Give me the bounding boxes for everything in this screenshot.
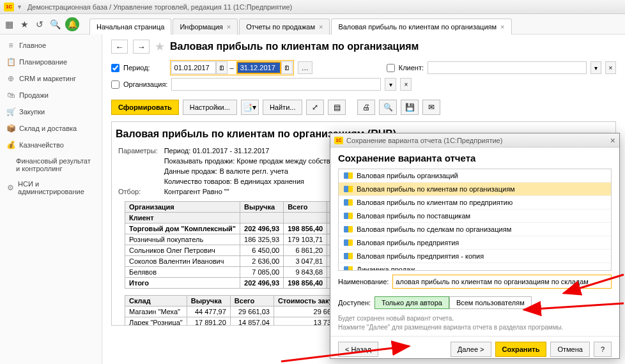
basket-icon: 🛒 [6, 107, 15, 116]
expand-button[interactable]: ⤢ [306, 100, 324, 115]
variant-list-item[interactable]: Валовая прибыль организаций [339, 169, 611, 183]
variant-list-item[interactable]: Валовая прибыль по клиентам по организац… [339, 183, 611, 196]
favorite-icon[interactable]: ★ [155, 40, 165, 54]
variant-name-input[interactable] [392, 275, 612, 289]
star-icon[interactable]: ★ [19, 19, 29, 29]
report-table-1: ОрганизацияВыручкаВсегоСто заку Клиент Т… [125, 201, 365, 289]
variant-list-item[interactable]: Валовая прибыль по поставщикам [339, 209, 611, 223]
target-icon: ⊕ [6, 74, 15, 83]
gear-icon: ⚙ [6, 183, 14, 192]
report-icon [344, 199, 353, 206]
sidebar-item-treasury[interactable]: 💰Казначейство [0, 137, 102, 153]
cart-icon: 🛍 [6, 91, 15, 100]
org-select-button[interactable]: ▾ [385, 78, 396, 91]
notification-icon[interactable]: 🔔 [65, 17, 79, 31]
tab-info[interactable]: Информация× [173, 19, 238, 34]
back-button[interactable]: ← [111, 40, 128, 54]
period-checkbox[interactable] [111, 64, 120, 72]
close-icon[interactable]: × [610, 135, 615, 146]
dropdown-icon[interactable]: ▼ [17, 4, 22, 10]
table-cell: Итого [125, 278, 240, 289]
variant-list[interactable]: Валовая прибыль организацийВаловая прибы… [338, 169, 612, 271]
report-table-2: СкладВыручкаВсегоСтоимость закупки Магаз… [125, 295, 349, 326]
dialog-titlebar: 1С Сохранение варианта отчета (1С:Предпр… [330, 133, 619, 148]
page-title: Валовая прибыль по клиентам по организац… [170, 41, 419, 52]
app-logo-icon: 1С [334, 137, 343, 144]
only-author-button[interactable]: Только для автора [374, 296, 449, 309]
tab-home[interactable]: Начальная страница [89, 19, 171, 34]
cancel-button[interactable]: Отмена [550, 342, 589, 357]
sidebar-item-finance[interactable]: Финансовый результат и контроллинг [0, 153, 102, 176]
sidebar-item-warehouse[interactable]: 📦Склад и доставка [0, 120, 102, 137]
table-cell: Розничный покупатель [125, 234, 240, 245]
apps-icon[interactable]: ▦ [4, 19, 14, 29]
period-more-button[interactable]: … [298, 61, 312, 74]
form-report-button[interactable]: Сформировать [111, 100, 179, 115]
help-button[interactable]: ? [594, 342, 612, 357]
period-label: Период: [123, 64, 150, 72]
variant-list-item[interactable]: Валовая прибыль по клиентам по предприят… [339, 196, 611, 209]
client-checkbox[interactable] [387, 64, 395, 72]
print-button[interactable]: 🖨 [357, 100, 375, 115]
report-icon [344, 213, 353, 219]
tab-active[interactable]: Валовая прибыль по клиентам по организац… [331, 19, 511, 34]
report-icon [344, 172, 353, 179]
settings-button[interactable]: Настройки... [183, 100, 237, 115]
all-users-button[interactable]: Всем пользователям [449, 296, 532, 309]
next-button[interactable]: Далее > [451, 342, 491, 357]
close-icon[interactable]: × [500, 23, 504, 31]
client-select-button[interactable]: ▾ [590, 61, 601, 74]
window-title: Демонстрационная база / Управление торго… [27, 3, 292, 11]
report-icon [344, 239, 353, 246]
calendar-icon[interactable]: 🗓 [216, 61, 228, 74]
client-input[interactable] [428, 61, 587, 74]
table-cell: Ларек "Розница" [125, 317, 187, 326]
table-cell: Белявов [125, 267, 240, 278]
table-cell: Соколов Валентин Иванович [125, 256, 240, 267]
report-icon [344, 253, 353, 259]
sidebar-item-admin[interactable]: ⚙НСИ и администрирование [0, 176, 102, 199]
close-icon[interactable]: × [227, 23, 231, 31]
sidebar-item-sales[interactable]: 🛍Продажи [0, 87, 102, 103]
report-icon [344, 186, 353, 192]
save-button[interactable]: 💾 [401, 100, 419, 115]
clipboard-icon: 📋 [6, 57, 15, 66]
calendar-icon[interactable]: 🗓 [281, 61, 293, 74]
save-variant-button[interactable]: Сохранить [495, 342, 547, 357]
document-tabs: Начальная страница Информация× Отчеты по… [89, 14, 513, 34]
variants-button[interactable]: 📑▾ [241, 100, 259, 115]
tab-reports[interactable]: Отчеты по продажам× [239, 19, 330, 34]
sidebar-item-planning[interactable]: 📋Планирование [0, 54, 102, 70]
date-from-input[interactable] [171, 61, 216, 74]
variant-list-item[interactable]: Валовая прибыль по сделкам по организаци… [339, 223, 611, 236]
org-input[interactable] [171, 78, 381, 91]
main-toolbar: ▦ ★ ↺ 🔍 🔔 Начальная страница Информация×… [0, 14, 625, 34]
table-cell: Торговый дом "Комплексный" [125, 224, 240, 234]
tree-button[interactable]: ▤ [328, 100, 346, 115]
org-checkbox[interactable] [111, 80, 120, 89]
back-button[interactable]: < Назад [338, 342, 378, 357]
variant-list-item[interactable]: Валовая прибыль предприятия - копия [339, 250, 611, 263]
search-icon[interactable]: 🔍 [50, 19, 60, 29]
find-button[interactable]: Найти... [263, 100, 303, 115]
variant-list-item[interactable]: Валовая прибыль предприятия [339, 236, 611, 250]
org-clear-button[interactable]: × [400, 78, 412, 91]
sidebar-item-crm[interactable]: ⊕CRM и маркетинг [0, 70, 102, 87]
sidebar-item-main[interactable]: ≡Главное [0, 37, 102, 54]
email-button[interactable]: ✉ [422, 100, 440, 115]
forward-button[interactable]: → [133, 40, 150, 54]
history-icon[interactable]: ↺ [35, 19, 45, 29]
variant-list-item[interactable]: Динамика продаж [339, 263, 611, 271]
hint-text: Будет сохранен новый вариант отчета. Наж… [330, 313, 619, 333]
report-icon [344, 226, 353, 232]
client-label: Клиент: [399, 64, 424, 72]
sidebar-item-purchases[interactable]: 🛒Закупки [0, 103, 102, 120]
table-cell: Сольников Олег Петрович [125, 245, 240, 256]
date-to-input[interactable] [236, 61, 281, 74]
money-icon: 💰 [6, 140, 15, 149]
close-icon[interactable]: × [319, 23, 323, 31]
preview-button[interactable]: 🔍 [379, 100, 397, 115]
navigation-sidebar: ≡Главное 📋Планирование ⊕CRM и маркетинг … [0, 34, 102, 364]
client-clear-button[interactable]: × [605, 61, 616, 74]
table-cell: Магазин "Меха" [125, 307, 187, 317]
